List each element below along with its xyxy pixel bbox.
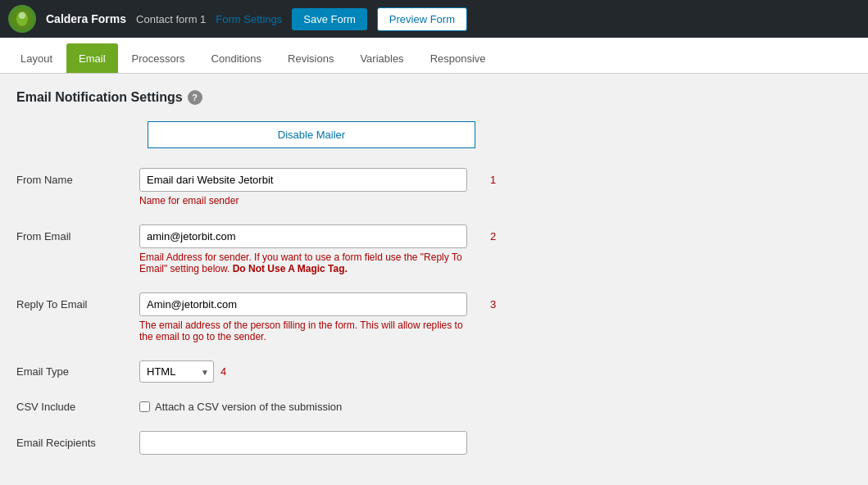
tab-revisions[interactable]: Revisions bbox=[275, 43, 346, 73]
email-type-select[interactable]: HTML Plain Text bbox=[139, 360, 214, 383]
from-email-row: From Email Email Address for sender. If … bbox=[16, 224, 852, 274]
from-name-row: From Name Name for email sender 1 bbox=[16, 168, 852, 206]
tab-variables[interactable]: Variables bbox=[348, 43, 416, 73]
from-email-hint: Email Address for sender. If you want to… bbox=[139, 252, 467, 274]
app-logo bbox=[8, 5, 36, 33]
from-email-input[interactable] bbox=[139, 224, 467, 248]
main-content: Email Notification Settings ? Disable Ma… bbox=[0, 74, 868, 483]
disable-mailer-button[interactable]: Disable Mailer bbox=[148, 121, 475, 148]
from-name-field: Name for email sender bbox=[139, 168, 484, 206]
section-title-row: Email Notification Settings ? bbox=[16, 90, 852, 105]
reply-to-email-label: Reply To Email bbox=[16, 292, 139, 310]
from-email-label: From Email bbox=[16, 224, 139, 242]
tab-responsive[interactable]: Responsive bbox=[418, 43, 498, 73]
form-settings-link[interactable]: Form Settings bbox=[216, 13, 282, 25]
from-name-label: From Name bbox=[16, 168, 139, 186]
email-type-num: 4 bbox=[220, 365, 226, 378]
email-type-select-wrapper: HTML Plain Text ▼ bbox=[139, 360, 214, 383]
csv-include-checkbox-label[interactable]: Attach a CSV version of the submission bbox=[155, 401, 342, 413]
app-name-label: Caldera Forms bbox=[46, 12, 126, 25]
help-icon[interactable]: ? bbox=[188, 90, 202, 105]
from-email-num: 2 bbox=[490, 224, 496, 242]
top-bar: Caldera Forms Contact form 1 Form Settin… bbox=[0, 0, 868, 38]
tab-conditions[interactable]: Conditions bbox=[199, 43, 274, 73]
tab-processors[interactable]: Processors bbox=[120, 43, 198, 73]
save-form-button[interactable]: Save Form bbox=[292, 8, 367, 30]
csv-include-checkbox[interactable] bbox=[139, 401, 150, 412]
preview-form-button[interactable]: Preview Form bbox=[377, 7, 467, 31]
tab-layout[interactable]: Layout bbox=[8, 43, 65, 73]
current-form-name: Contact form 1 bbox=[136, 13, 206, 25]
email-recipients-input[interactable] bbox=[139, 431, 467, 455]
email-type-label: Email Type bbox=[16, 365, 139, 378]
section-title-text: Email Notification Settings bbox=[16, 90, 183, 105]
email-recipients-label: Email Recipients bbox=[16, 431, 139, 449]
from-name-input[interactable] bbox=[139, 168, 467, 192]
email-recipients-row: Email Recipients bbox=[16, 431, 852, 455]
nav-tabs: Layout Email Processors Conditions Revis… bbox=[0, 38, 868, 74]
from-name-hint: Name for email sender bbox=[139, 195, 467, 206]
reply-to-email-hint: The email address of the person filling … bbox=[139, 320, 467, 342]
email-type-row: Email Type HTML Plain Text ▼ 4 bbox=[16, 360, 852, 383]
csv-check-wrapper: Attach a CSV version of the submission bbox=[139, 401, 342, 413]
csv-include-label: CSV Include bbox=[16, 401, 139, 413]
reply-to-email-row: Reply To Email The email address of the … bbox=[16, 292, 852, 342]
reply-to-email-num: 3 bbox=[490, 292, 496, 310]
tab-email[interactable]: Email bbox=[66, 43, 118, 73]
reply-to-email-input[interactable] bbox=[139, 292, 467, 316]
reply-to-email-field: The email address of the person filling … bbox=[139, 292, 484, 342]
svg-point-2 bbox=[19, 12, 25, 19]
csv-include-row: CSV Include Attach a CSV version of the … bbox=[16, 401, 852, 413]
from-email-field: Email Address for sender. If you want to… bbox=[139, 224, 484, 274]
from-name-num: 1 bbox=[490, 168, 496, 186]
